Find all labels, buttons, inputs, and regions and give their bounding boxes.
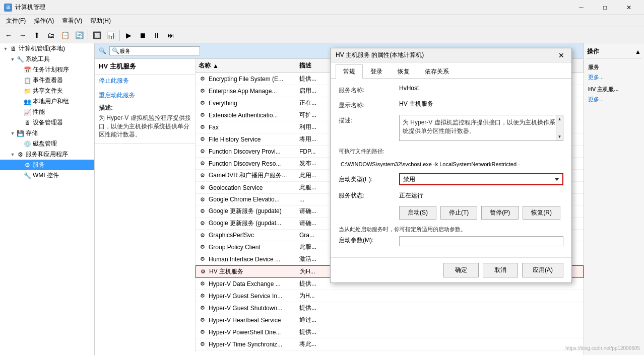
tab-login[interactable]: 登录: [363, 64, 390, 79]
menu-help[interactable]: 帮助(H): [86, 16, 115, 26]
right-section-hv: HV 主机服...: [586, 83, 642, 94]
tree-performance[interactable]: 📈 性能: [0, 107, 94, 117]
wmi-icon: 🔧: [23, 172, 31, 180]
service-icon: ⚙: [199, 148, 207, 156]
stop-button[interactable]: ⏹: [136, 29, 149, 42]
col-name[interactable]: 名称 ▲: [196, 60, 296, 72]
tree-disk-management[interactable]: 💿 磁盘管理: [0, 138, 94, 149]
service-properties-dialog: HV 主机服务 的属性(本地计算机) ✕ 常规 登录 恢复 依存关系 服务名称:…: [330, 48, 572, 283]
ok-button[interactable]: 确定: [443, 263, 479, 277]
form-row-display-name: 显示名称: HV 主机服务: [339, 100, 563, 110]
more-action-btn-1[interactable]: 更多...: [586, 72, 642, 83]
service-icon: ⚙: [199, 255, 207, 263]
service-icon: ⚙: [199, 280, 207, 288]
service-icon: ⚙: [199, 111, 207, 119]
tab-dependencies[interactable]: 依存关系: [417, 64, 457, 79]
apply-button[interactable]: 应用(A): [522, 263, 563, 277]
expand-icon-4: ▼: [9, 151, 16, 158]
service-icon: ⚙: [199, 172, 207, 180]
new-window-button[interactable]: 🔲: [90, 29, 103, 42]
table-row[interactable]: ⚙Hyper-V Guest Shutdown... 提供...: [196, 302, 584, 314]
apps-icon: ⚙: [16, 151, 24, 159]
pause-button[interactable]: ⏸: [150, 29, 163, 42]
right-section-services: 服务: [586, 60, 642, 72]
startup-select[interactable]: 自动自动（延迟启动）手动禁用: [399, 173, 563, 185]
up-button[interactable]: ⬆: [30, 29, 43, 42]
table-row[interactable]: ⚙Hyper-V Guest Service In... 为H...: [196, 290, 584, 302]
cancel-button[interactable]: 取消: [483, 263, 518, 277]
search-icon: 🔍: [99, 47, 106, 54]
desc-title: 描述:: [99, 104, 191, 112]
tree-services[interactable]: ⚙ 服务: [0, 160, 94, 170]
stop-button[interactable]: 停止(T): [440, 206, 477, 220]
scroll-down-icon[interactable]: ▼: [558, 134, 562, 140]
stop-service-link[interactable]: 停止此服务: [99, 77, 129, 84]
tree-shared-folders[interactable]: 📁 共享文件夹: [0, 86, 94, 96]
forward-button[interactable]: →: [16, 29, 29, 42]
params-input[interactable]: [399, 236, 563, 246]
properties-button[interactable]: 📋: [58, 29, 72, 42]
display-name-value: HV 主机服务: [399, 100, 563, 108]
services-icon: ⚙: [23, 161, 31, 169]
expand-icon: ▼: [2, 45, 9, 52]
status-value: 正在运行: [399, 191, 423, 200]
tree-event-viewer[interactable]: 📋 事件查看器: [0, 75, 94, 86]
menu-action[interactable]: 操作(A): [30, 16, 58, 26]
service-icon: ⚙: [199, 231, 207, 239]
tree-local-users[interactable]: 👥 本地用户和组: [0, 96, 94, 107]
restart-service-link[interactable]: 重启动此服务: [99, 92, 135, 99]
close-button[interactable]: ✕: [617, 2, 640, 13]
form-row-description: 描述: 为 Hyper-V 虚拟机监控程序提供接口，以便为主机操作系统提供单分区…: [339, 115, 563, 141]
maximize-button[interactable]: □: [594, 2, 616, 13]
search-input[interactable]: [119, 48, 195, 54]
service-icon: ⚙: [199, 207, 207, 216]
pause-button[interactable]: 暂停(P): [481, 206, 519, 220]
tree-root-label: 计算机管理(本地): [19, 44, 65, 53]
tab-recovery[interactable]: 恢复: [390, 64, 417, 79]
service-icon: ⚙: [199, 304, 207, 312]
startup-row: 启动类型(E): 自动自动（延迟启动）手动禁用: [339, 173, 563, 185]
service-icon: ⚙: [199, 316, 207, 324]
dialog-close-button[interactable]: ✕: [556, 50, 566, 60]
search-magnifier-icon: 🔍: [112, 47, 119, 54]
tree-device-manager[interactable]: 🖥 设备管理器: [0, 117, 94, 128]
right-panel-title: 操作 ▲: [586, 45, 642, 58]
tools-icon: 🔧: [16, 55, 24, 63]
search-box[interactable]: 🔍: [109, 46, 200, 55]
left-panel: ▼ 🖥 计算机管理(本地) ▼ 🔧 系统工具 📅 任务计划程序 📋 事件查看器 …: [0, 43, 95, 355]
service-icon: ⚙: [199, 123, 207, 131]
service-icon: ⚙: [199, 243, 207, 251]
table-row[interactable]: ⚙Hyper-V 卷影复制请求程序 协调...: [196, 350, 584, 352]
play-button[interactable]: ▶: [122, 29, 135, 42]
tree-wmi[interactable]: 🔧 WMI 控件: [0, 170, 94, 181]
export-button[interactable]: 📊: [104, 29, 117, 42]
more-action-btn-2[interactable]: 更多...: [586, 94, 642, 105]
tree-system-tools-label: 系统工具: [26, 55, 50, 63]
scroll-up-icon[interactable]: ▲: [558, 115, 562, 122]
menu-file[interactable]: 文件(F): [2, 16, 30, 26]
dialog-footer: 确定 取消 应用(A): [331, 257, 571, 282]
minimize-button[interactable]: ─: [570, 2, 593, 13]
refresh-button[interactable]: 🔄: [73, 29, 86, 42]
table-row[interactable]: ⚙Hyper-V Heartbeat Service 通过...: [196, 314, 584, 326]
tree-system-tools[interactable]: ▼ 🔧 系统工具: [0, 54, 94, 64]
table-row[interactable]: ⚙Hyper-V Time Synchroniz... 将此...: [196, 338, 584, 350]
folder-icon: 📁: [23, 87, 31, 95]
back-button[interactable]: ←: [2, 29, 15, 42]
step-button[interactable]: ⏭: [164, 29, 177, 42]
start-button[interactable]: 启动(S): [399, 206, 436, 220]
collapse-icon[interactable]: ▲: [635, 48, 641, 55]
tree-services-apps[interactable]: ▼ ⚙ 服务和应用程序: [0, 149, 94, 160]
tree-root[interactable]: ▼ 🖥 计算机管理(本地): [0, 43, 94, 54]
menu-bar: 文件(F) 操作(A) 查看(V) 帮助(H): [0, 15, 644, 27]
menu-view[interactable]: 查看(V): [58, 16, 86, 26]
show-hide-button[interactable]: 🗂: [44, 29, 57, 42]
disk-icon: 💿: [23, 140, 31, 148]
table-row[interactable]: ⚙Hyper-V PowerShell Dire... 提供...: [196, 326, 584, 338]
tab-general[interactable]: 常规: [336, 64, 363, 79]
event-icon: 📋: [23, 77, 31, 85]
tree-storage[interactable]: ▼ 💾 存储: [0, 128, 94, 138]
service-icon: ⚙: [199, 160, 207, 168]
tree-task-scheduler[interactable]: 📅 任务计划程序: [0, 64, 94, 75]
resume-button[interactable]: 恢复(R): [523, 206, 560, 220]
